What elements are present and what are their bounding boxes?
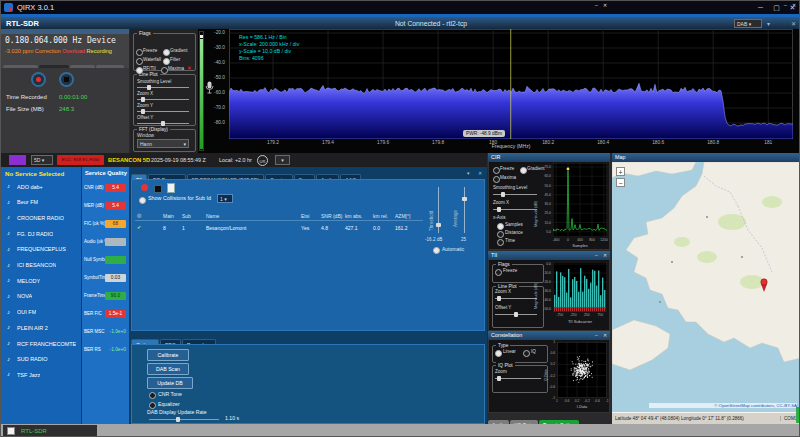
quality-label: BER MSC (84, 329, 105, 334)
service-item[interactable]: TSF Jazz (17, 372, 40, 378)
constellation-x-tick: -1 (603, 399, 611, 403)
constellation-x-axis-label: I-Data (557, 405, 607, 409)
service-item[interactable]: RCF FRANCHECOMTE (17, 341, 76, 347)
dab-scan-button[interactable]: DAB Scan (147, 363, 189, 375)
flag-freeze[interactable] (136, 49, 143, 56)
tab-close-icon[interactable]: ✕ (478, 170, 482, 176)
tii-minimize-icon[interactable]: – (595, 252, 598, 259)
pin-icon[interactable]: ▾ (767, 20, 770, 27)
ur-round-button[interactable]: UR (257, 155, 268, 166)
flag-rftii[interactable] (136, 67, 143, 74)
frequency-display: 0.180.064.000 Hz Device (5, 36, 116, 45)
tii-stop-button[interactable] (154, 185, 162, 193)
cir-header: CIR (488, 153, 610, 162)
service-item[interactable]: ADO dab+ (17, 184, 43, 190)
service-item[interactable]: SUD RADIO (17, 356, 48, 362)
channel-select[interactable]: 5D ▾ (31, 155, 53, 165)
ppm-correction: -3.020 ppm Correction Overload Recording (5, 48, 112, 54)
cir-axis-time[interactable] (497, 239, 504, 246)
service-item[interactable]: Beur FM (17, 199, 38, 205)
panel-close-icon[interactable]: ✕ (791, 20, 796, 27)
flag-gradient[interactable] (163, 49, 170, 56)
service-item[interactable]: ICI BESANCON (17, 262, 56, 268)
maximize-button[interactable]: ▢ (769, 1, 784, 14)
table-row-check[interactable]: ✔ (137, 224, 141, 230)
record-button[interactable] (31, 72, 46, 87)
cir-check-gradient[interactable] (520, 167, 527, 174)
spectrum-x-tick: 179.2 (261, 140, 285, 145)
cir-close-icon[interactable]: ✕ (603, 2, 607, 9)
constellation-y-tick: -0.2 (545, 374, 555, 378)
subid-select[interactable]: 1 ▾ (217, 194, 233, 203)
map-minimize-icon[interactable]: – (784, 2, 787, 9)
bottom-dock-tab[interactable]: RTL-SDR (3, 425, 97, 437)
type-linear-radio[interactable] (495, 350, 502, 357)
tii-freeze-checkbox[interactable] (495, 269, 502, 276)
mute-indicator[interactable] (9, 155, 26, 165)
tii-plot[interactable] (553, 262, 607, 312)
map-zoom-in-button[interactable]: + (616, 167, 625, 176)
tab-overflow-icon[interactable]: ▾ (467, 170, 470, 176)
average-slider[interactable] (461, 187, 468, 233)
threshold-slider[interactable] (435, 187, 442, 233)
flag-waterfall[interactable] (136, 58, 143, 65)
update-rate-label: DAB Display Update Rate (147, 409, 207, 415)
quality-value: -1.0e+0 (105, 347, 126, 352)
cir-axis-distance[interactable] (497, 231, 504, 238)
constellation-minimize-icon[interactable]: – (595, 332, 598, 339)
calibrate-button[interactable]: Calibrate (147, 349, 189, 361)
update-db-button[interactable]: Update DB (147, 377, 193, 389)
extra-dropdown[interactable]: ▾ (275, 155, 290, 165)
cir-axis-option-label: Samples (505, 222, 523, 227)
cir-zoomx-slider[interactable] (493, 207, 537, 212)
mode-select[interactable]: DAB ▾ (734, 19, 762, 28)
stop-button[interactable] (59, 72, 74, 87)
tii-close-icon[interactable]: ✕ (603, 252, 607, 259)
service-item[interactable]: CROONER RADIO (17, 215, 64, 221)
constellation-plot[interactable] (557, 342, 607, 398)
cir-axis-option-label: Distance (505, 230, 523, 235)
slider-zoom-x[interactable] (137, 97, 189, 102)
flag-filter[interactable] (163, 58, 170, 65)
cnr-tone-checkbox[interactable] (149, 392, 156, 399)
fft-window-select[interactable]: Hann▾ (137, 139, 189, 148)
service-item[interactable]: MELODY (17, 278, 40, 284)
spectrum-x-tick: 181 (756, 140, 780, 145)
map-zoom-out-button[interactable]: − (616, 178, 625, 187)
cir-smoothing-slider[interactable] (493, 192, 537, 197)
spectrum-y-tick: -40.0 (201, 60, 225, 65)
tii-offsety-slider[interactable] (495, 312, 537, 317)
flag-maxima[interactable] (161, 67, 168, 74)
service-item[interactable]: PLEIN AIR 2 (17, 325, 48, 331)
cir-axis-samples[interactable] (497, 223, 504, 230)
constellation-close-icon[interactable]: ✕ (603, 332, 607, 339)
minimize-button[interactable]: ─ (753, 1, 768, 14)
automatic-checkbox[interactable] (433, 247, 440, 254)
const-zoom-slider[interactable] (495, 376, 541, 381)
tii-x-tick: 750 (593, 313, 607, 317)
cir-check-maxima[interactable] (493, 176, 500, 183)
show-collisions-checkbox[interactable] (139, 197, 146, 204)
flag-label: Gradient (170, 48, 188, 53)
file-size-value: 248.3 (59, 106, 74, 112)
tii-zoomx-slider[interactable] (495, 296, 537, 301)
map-attribution[interactable]: © OpenStreetMap contributors, CC-BY-SA (649, 403, 797, 408)
cir-check-freeze[interactable] (493, 167, 500, 174)
cir-plot[interactable] (553, 163, 607, 237)
tii-record-button[interactable] (141, 184, 148, 191)
map-close-icon[interactable]: ✕ (792, 2, 796, 9)
service-item[interactable]: FREQUENCEPLUS (17, 246, 66, 252)
service-item[interactable]: OUI FM (17, 309, 36, 315)
slider-zoom-y[interactable] (137, 109, 189, 114)
slider-smoothing-level[interactable] (137, 85, 189, 90)
map-canvas[interactable] (612, 162, 800, 412)
service-item[interactable]: NOVA (17, 293, 32, 299)
equalizer-checkbox[interactable] (149, 402, 156, 409)
spectrum-y-tick: -50.0 (201, 75, 225, 80)
cir-minimize-icon[interactable]: – (595, 2, 598, 9)
service-item[interactable]: FG. DJ RADIO (17, 231, 53, 237)
type-iq-radio[interactable] (523, 350, 530, 357)
file-icon[interactable] (167, 183, 175, 193)
slider-offset-y[interactable] (137, 121, 189, 126)
update-rate-slider[interactable] (149, 417, 219, 422)
